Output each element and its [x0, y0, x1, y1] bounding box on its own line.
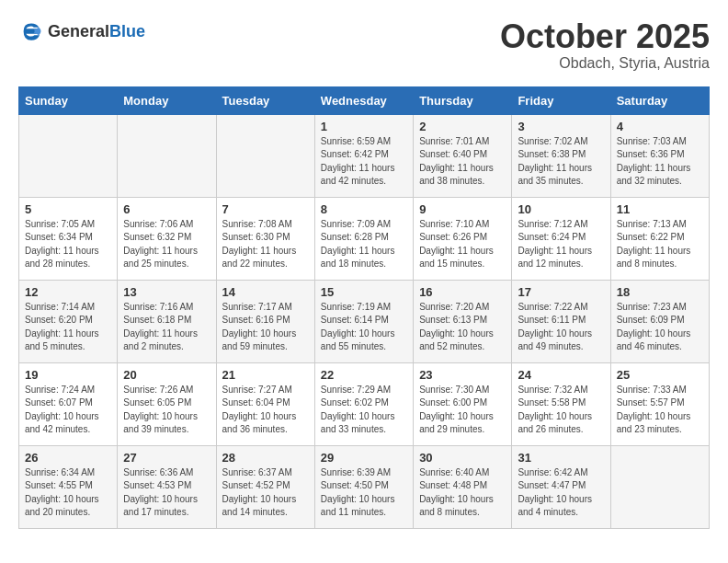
calendar-cell: 20Sunrise: 7:26 AM Sunset: 6:05 PM Dayli… [118, 362, 216, 445]
calendar-cell: 15Sunrise: 7:19 AM Sunset: 6:14 PM Dayli… [314, 280, 413, 362]
calendar-cell: 5Sunrise: 7:05 AM Sunset: 6:34 PM Daylig… [19, 197, 118, 280]
calendar-cell: 23Sunrise: 7:30 AM Sunset: 6:00 PM Dayli… [414, 362, 512, 445]
day-number: 11 [617, 202, 703, 216]
calendar-cell: 16Sunrise: 7:20 AM Sunset: 6:13 PM Dayli… [414, 280, 512, 362]
calendar-cell: 26Sunrise: 6:34 AM Sunset: 4:55 PM Dayli… [19, 445, 118, 528]
calendar-week-row: 5Sunrise: 7:05 AM Sunset: 6:34 PM Daylig… [19, 197, 710, 280]
calendar-cell: 1Sunrise: 6:59 AM Sunset: 6:42 PM Daylig… [314, 114, 413, 197]
cell-info: Sunrise: 7:12 AM Sunset: 6:24 PM Dayligh… [518, 218, 604, 271]
calendar-cell: 21Sunrise: 7:27 AM Sunset: 6:04 PM Dayli… [216, 362, 314, 445]
weekday-header-tuesday: Tuesday [216, 86, 314, 114]
cell-info: Sunrise: 6:42 AM Sunset: 4:47 PM Dayligh… [518, 466, 604, 520]
weekday-header-saturday: Saturday [610, 86, 709, 114]
day-number: 20 [123, 368, 210, 382]
calendar-cell: 28Sunrise: 6:37 AM Sunset: 4:52 PM Dayli… [216, 445, 314, 528]
day-number: 5 [25, 202, 111, 216]
cell-info: Sunrise: 6:37 AM Sunset: 4:52 PM Dayligh… [222, 466, 309, 520]
calendar-cell: 31Sunrise: 6:42 AM Sunset: 4:47 PM Dayli… [512, 445, 610, 528]
day-number: 31 [518, 451, 604, 465]
cell-info: Sunrise: 7:09 AM Sunset: 6:28 PM Dayligh… [321, 218, 407, 271]
calendar-cell [19, 114, 118, 197]
location-title: Obdach, Styria, Austria [500, 55, 710, 72]
cell-info: Sunrise: 7:06 AM Sunset: 6:32 PM Dayligh… [123, 218, 210, 271]
weekday-header-wednesday: Wednesday [314, 86, 413, 114]
cell-info: Sunrise: 7:14 AM Sunset: 6:20 PM Dayligh… [25, 301, 111, 354]
day-number: 17 [518, 285, 604, 299]
cell-info: Sunrise: 7:23 AM Sunset: 6:09 PM Dayligh… [617, 301, 703, 354]
cell-info: Sunrise: 7:02 AM Sunset: 6:38 PM Dayligh… [518, 135, 604, 189]
cell-info: Sunrise: 7:01 AM Sunset: 6:40 PM Dayligh… [419, 135, 506, 189]
cell-info: Sunrise: 7:26 AM Sunset: 6:05 PM Dayligh… [123, 384, 210, 437]
page-header: GeneralBlue October 2025 Obdach, Styria,… [18, 18, 710, 72]
day-number: 14 [222, 285, 309, 299]
calendar-cell: 2Sunrise: 7:01 AM Sunset: 6:40 PM Daylig… [414, 114, 512, 197]
cell-info: Sunrise: 7:05 AM Sunset: 6:34 PM Dayligh… [25, 218, 111, 271]
weekday-header-monday: Monday [118, 86, 216, 114]
cell-info: Sunrise: 7:20 AM Sunset: 6:13 PM Dayligh… [419, 301, 506, 354]
calendar-cell: 11Sunrise: 7:13 AM Sunset: 6:22 PM Dayli… [610, 197, 709, 280]
calendar-cell: 4Sunrise: 7:03 AM Sunset: 6:36 PM Daylig… [610, 114, 709, 197]
day-number: 22 [321, 368, 407, 382]
day-number: 30 [419, 451, 506, 465]
day-number: 26 [25, 451, 111, 465]
calendar-cell: 8Sunrise: 7:09 AM Sunset: 6:28 PM Daylig… [314, 197, 413, 280]
cell-info: Sunrise: 7:17 AM Sunset: 6:16 PM Dayligh… [222, 301, 309, 354]
day-number: 1 [321, 120, 407, 133]
title-area: October 2025 Obdach, Styria, Austria [500, 18, 710, 72]
day-number: 13 [123, 285, 210, 299]
calendar-cell: 22Sunrise: 7:29 AM Sunset: 6:02 PM Dayli… [314, 362, 413, 445]
calendar-cell: 30Sunrise: 6:40 AM Sunset: 4:48 PM Dayli… [414, 445, 512, 528]
cell-info: Sunrise: 7:13 AM Sunset: 6:22 PM Dayligh… [617, 218, 703, 271]
weekday-header-friday: Friday [512, 86, 610, 114]
calendar-cell: 29Sunrise: 6:39 AM Sunset: 4:50 PM Dayli… [314, 445, 413, 528]
calendar-cell: 17Sunrise: 7:22 AM Sunset: 6:11 PM Dayli… [512, 280, 610, 362]
cell-info: Sunrise: 7:32 AM Sunset: 5:58 PM Dayligh… [518, 384, 604, 437]
calendar-cell: 12Sunrise: 7:14 AM Sunset: 6:20 PM Dayli… [19, 280, 118, 362]
calendar-week-row: 19Sunrise: 7:24 AM Sunset: 6:07 PM Dayli… [19, 362, 710, 445]
day-number: 12 [25, 285, 111, 299]
calendar-cell [118, 114, 216, 197]
day-number: 27 [123, 451, 210, 465]
day-number: 16 [419, 285, 506, 299]
weekday-header-sunday: Sunday [19, 86, 118, 114]
calendar-table: SundayMondayTuesdayWednesdayThursdayFrid… [18, 86, 710, 529]
calendar-cell: 10Sunrise: 7:12 AM Sunset: 6:24 PM Dayli… [512, 197, 610, 280]
cell-info: Sunrise: 6:36 AM Sunset: 4:53 PM Dayligh… [123, 466, 210, 520]
day-number: 9 [419, 202, 506, 216]
day-number: 3 [518, 120, 604, 133]
calendar-cell: 6Sunrise: 7:06 AM Sunset: 6:32 PM Daylig… [118, 197, 216, 280]
cell-info: Sunrise: 7:22 AM Sunset: 6:11 PM Dayligh… [518, 301, 604, 354]
logo: GeneralBlue [18, 18, 145, 44]
calendar-week-row: 12Sunrise: 7:14 AM Sunset: 6:20 PM Dayli… [19, 280, 710, 362]
cell-info: Sunrise: 6:59 AM Sunset: 6:42 PM Dayligh… [321, 135, 407, 189]
cell-info: Sunrise: 7:08 AM Sunset: 6:30 PM Dayligh… [222, 218, 309, 271]
cell-info: Sunrise: 7:30 AM Sunset: 6:00 PM Dayligh… [419, 384, 506, 437]
day-number: 2 [419, 120, 506, 133]
cell-info: Sunrise: 6:39 AM Sunset: 4:50 PM Dayligh… [321, 466, 407, 520]
cell-info: Sunrise: 7:03 AM Sunset: 6:36 PM Dayligh… [617, 135, 703, 189]
month-title: October 2025 [500, 18, 710, 55]
day-number: 6 [123, 202, 210, 216]
calendar-cell: 19Sunrise: 7:24 AM Sunset: 6:07 PM Dayli… [19, 362, 118, 445]
calendar-cell: 18Sunrise: 7:23 AM Sunset: 6:09 PM Dayli… [610, 280, 709, 362]
day-number: 21 [222, 368, 309, 382]
day-number: 4 [617, 120, 703, 133]
logo-text-general: General [48, 22, 109, 40]
day-number: 10 [518, 202, 604, 216]
calendar-cell [216, 114, 314, 197]
day-number: 25 [617, 368, 703, 382]
calendar-cell: 13Sunrise: 7:16 AM Sunset: 6:18 PM Dayli… [118, 280, 216, 362]
calendar-cell: 9Sunrise: 7:10 AM Sunset: 6:26 PM Daylig… [414, 197, 512, 280]
cell-info: Sunrise: 7:29 AM Sunset: 6:02 PM Dayligh… [321, 384, 407, 437]
weekday-header-row: SundayMondayTuesdayWednesdayThursdayFrid… [19, 86, 710, 114]
calendar-cell: 27Sunrise: 6:36 AM Sunset: 4:53 PM Dayli… [118, 445, 216, 528]
day-number: 28 [222, 451, 309, 465]
calendar-week-row: 26Sunrise: 6:34 AM Sunset: 4:55 PM Dayli… [19, 445, 710, 528]
cell-info: Sunrise: 7:10 AM Sunset: 6:26 PM Dayligh… [419, 218, 506, 271]
calendar-cell: 7Sunrise: 7:08 AM Sunset: 6:30 PM Daylig… [216, 197, 314, 280]
logo-icon [18, 18, 44, 44]
logo-text-blue: Blue [109, 22, 145, 40]
day-number: 19 [25, 368, 111, 382]
day-number: 15 [321, 285, 407, 299]
weekday-header-thursday: Thursday [414, 86, 512, 114]
